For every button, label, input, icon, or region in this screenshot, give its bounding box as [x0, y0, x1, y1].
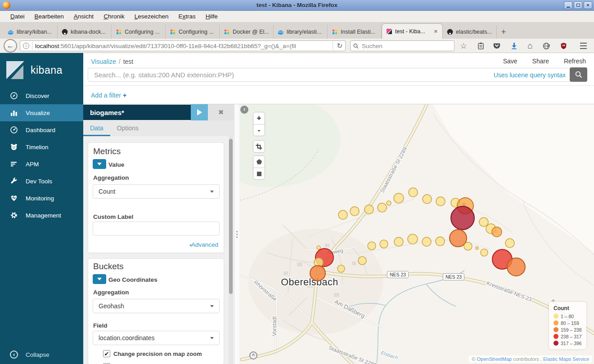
- zoom-in-button[interactable]: +: [253, 112, 265, 124]
- discard-changes-button[interactable]: ✖: [218, 108, 224, 116]
- browser-search[interactable]: [350, 40, 454, 51]
- menu-extras[interactable]: Extras: [174, 13, 201, 20]
- draw-rectangle-button[interactable]: [253, 168, 265, 179]
- menu-hilfe[interactable]: Hilfe: [201, 13, 223, 20]
- hamburger-menu-icon[interactable]: [578, 40, 589, 51]
- sidebar-item-timelion[interactable]: Timelion: [0, 138, 83, 155]
- menu-lesezeichen[interactable]: Lesezeichen: [130, 13, 174, 20]
- geohash-circle[interactable]: [409, 188, 418, 197]
- fit-data-bounds-button[interactable]: [253, 141, 265, 152]
- geohash-circle[interactable]: [310, 266, 325, 281]
- menu-bearbeiten[interactable]: Bearbeiten: [30, 13, 69, 20]
- kibana-logo[interactable]: kibana: [5, 60, 63, 80]
- browser-tab[interactable]: Configuring ...: [166, 25, 220, 39]
- geohash-circle[interactable]: [387, 201, 391, 205]
- refresh-button[interactable]: Refresh: [564, 58, 586, 65]
- menu-ansicht[interactable]: Ansicht: [69, 13, 99, 20]
- bucket-toggle-button[interactable]: [93, 274, 106, 284]
- sidebar-item-apm[interactable]: APM: [0, 155, 83, 173]
- sidebar-item-dev-tools[interactable]: Dev Tools: [0, 173, 83, 190]
- geohash-circle[interactable]: [338, 265, 345, 272]
- reload-icon[interactable]: ↻: [333, 42, 342, 50]
- geohash-circle[interactable]: [364, 205, 374, 214]
- attribution-toggle[interactable]: ^: [249, 351, 257, 360]
- browser-tab[interactable]: elastic/beats...: [443, 25, 497, 39]
- home-icon[interactable]: ⌂: [525, 40, 536, 51]
- elastic-maps-service-link[interactable]: Elastic Maps Service: [543, 356, 589, 362]
- openstreetmap-link[interactable]: OpenStreetMap: [477, 356, 512, 362]
- new-tab-button[interactable]: +: [497, 25, 510, 39]
- geohash-circle[interactable]: [380, 240, 388, 248]
- tab-options[interactable]: Options: [110, 120, 145, 136]
- save-button[interactable]: Save: [503, 58, 518, 65]
- sidebar-item-dashboard[interactable]: Dashboard: [0, 121, 83, 138]
- browser-tab[interactable]: library/elasti...: [274, 25, 328, 39]
- url-bar[interactable]: i localhost:5601/app/kibana#/visualize/e…: [20, 40, 346, 51]
- geohash-circle[interactable]: [408, 234, 418, 244]
- browser-search-input[interactable]: [361, 42, 451, 50]
- geohash-circle[interactable]: [338, 210, 347, 219]
- geohash-circle[interactable]: [492, 227, 502, 237]
- geohash-circle[interactable]: [436, 237, 445, 246]
- geohash-circle[interactable]: [505, 239, 514, 248]
- pocket-icon[interactable]: [491, 40, 502, 51]
- download-icon[interactable]: [508, 40, 519, 51]
- globe-extension-icon[interactable]: [541, 40, 552, 51]
- browser-tab[interactable]: kibana-dock...: [58, 25, 112, 39]
- geohash-circle[interactable]: [476, 247, 478, 249]
- geohash-circle[interactable]: [450, 230, 467, 247]
- close-window-button[interactable]: ×: [584, 1, 592, 9]
- panel-resizer-handle[interactable]: [234, 104, 239, 364]
- sidebar-item-monitoring[interactable]: Monitoring: [0, 190, 83, 207]
- geohash-circle[interactable]: [507, 258, 525, 276]
- add-filter-button[interactable]: Add a filter+: [91, 92, 126, 99]
- geohash-circle[interactable]: [358, 257, 366, 265]
- sidebar-item-visualize[interactable]: Visualize: [0, 104, 83, 121]
- geohash-circle[interactable]: [423, 195, 432, 204]
- sidebar-collapse-button[interactable]: ‹ Collapse: [10, 351, 50, 359]
- breadcrumb-visualize-link[interactable]: Visualize: [91, 58, 116, 65]
- geohash-circle[interactable]: [394, 237, 403, 246]
- browser-tab[interactable]: Configuring ...: [112, 25, 166, 39]
- query-search-button[interactable]: [570, 67, 587, 82]
- minimize-button[interactable]: [564, 1, 572, 9]
- geohash-circle[interactable]: [479, 218, 488, 226]
- precision-checkbox[interactable]: ✔: [103, 350, 110, 357]
- geohash-circle[interactable]: [394, 193, 404, 203]
- advanced-link[interactable]: ◂Advanced: [189, 241, 218, 248]
- geohash-circle[interactable]: [422, 237, 431, 246]
- metric-aggregation-select[interactable]: Count: [93, 184, 220, 199]
- bookmarks-clipboard-icon[interactable]: [475, 40, 486, 51]
- checkbox-partial[interactable]: ✔: [103, 362, 110, 364]
- metric-toggle-button[interactable]: [93, 159, 106, 169]
- geohash-circle[interactable]: [378, 203, 387, 212]
- sidebar-item-management[interactable]: Management: [0, 207, 83, 224]
- geohash-circle[interactable]: [317, 246, 320, 249]
- tab-close-icon[interactable]: ×: [433, 28, 438, 35]
- geohash-circle[interactable]: [464, 242, 472, 250]
- page-info-icon[interactable]: i: [23, 43, 29, 49]
- window-titlebar[interactable]: test - Kibana - Mozilla Firefox ×: [0, 0, 594, 11]
- bucket-field-select[interactable]: location.coordinates: [93, 331, 220, 345]
- share-button[interactable]: Share: [532, 58, 549, 65]
- maximize-button[interactable]: [574, 1, 582, 9]
- draw-polygon-button[interactable]: [253, 156, 265, 168]
- query-bar[interactable]: Uses lucene query syntax: [88, 68, 571, 82]
- custom-label-input[interactable]: [93, 222, 220, 235]
- tab-data[interactable]: Data: [83, 120, 110, 136]
- menu-datei[interactable]: Datei: [5, 13, 30, 20]
- geohash-circle[interactable]: [350, 207, 359, 216]
- apply-changes-button[interactable]: [191, 104, 208, 120]
- coordinate-map[interactable]: Staatsstraße St 2289AuwegAm DaßbergRhöns…: [239, 104, 594, 364]
- bucket-aggregation-select[interactable]: Geohash: [93, 299, 220, 313]
- panel-scrollbar[interactable]: [229, 136, 233, 364]
- lucene-syntax-link[interactable]: Uses lucene query syntax: [494, 71, 570, 79]
- geohash-circle[interactable]: [451, 206, 474, 230]
- geohash-circle[interactable]: [436, 197, 445, 206]
- query-input[interactable]: [88, 71, 494, 79]
- ublock-shield-icon[interactable]: U0: [558, 40, 569, 51]
- collapse-editor-chevron[interactable]: ‹: [240, 106, 248, 114]
- zoom-out-button[interactable]: -: [253, 124, 265, 136]
- browser-tab[interactable]: library/kiban...: [4, 25, 58, 39]
- geohash-circle[interactable]: [481, 249, 488, 256]
